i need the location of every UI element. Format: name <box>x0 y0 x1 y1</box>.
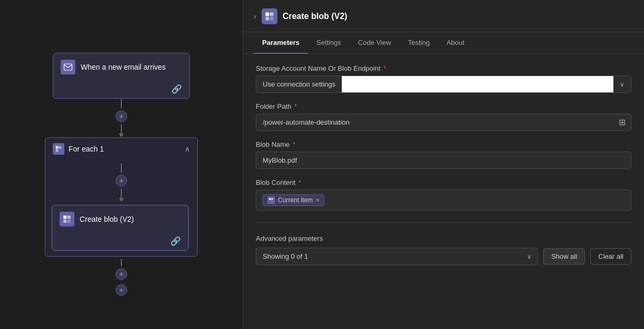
svg-rect-1 <box>56 146 59 149</box>
svg-rect-5 <box>68 215 71 219</box>
advanced-section: Advanced parameters Showing 0 of 1 ∨ Sho… <box>256 234 631 265</box>
svg-rect-11 <box>270 17 274 21</box>
tab-testing[interactable]: Testing <box>399 32 438 54</box>
create-blob-node-title: Create blob (V2) <box>80 214 134 224</box>
divider <box>256 222 631 223</box>
tab-parameters[interactable]: Parameters <box>254 32 308 54</box>
flow-canvas: When a new email arrives 🔗 + For ea <box>0 0 243 329</box>
svg-rect-13 <box>271 198 273 200</box>
svg-rect-10 <box>265 17 269 21</box>
storage-field-group: Storage Account Name Or Blob Endpoint * … <box>256 64 631 93</box>
foreach-chevron-icon[interactable]: ∧ <box>185 145 190 153</box>
tag-foreach-icon <box>267 196 275 204</box>
storage-label: Storage Account Name Or Blob Endpoint * <box>256 64 631 72</box>
tabs-bar: Parameters Settings Code View Testing Ab… <box>243 32 644 54</box>
bottom-connectors: + + <box>116 257 127 298</box>
advanced-row: Showing 0 of 1 ∨ Show all Clear all <box>256 248 631 265</box>
foreach-title: For each 1 <box>69 145 104 153</box>
add-step-btn-1[interactable]: + <box>116 110 127 122</box>
email-node-icon <box>61 60 75 74</box>
right-panel: › Create blob (V2) Parameters Settings C… <box>243 0 644 329</box>
folder-input-row: ⊞ <box>256 114 631 131</box>
blob-content-area[interactable]: Current item × <box>256 190 631 211</box>
advanced-label: Advanced parameters <box>256 234 631 242</box>
foreach-wrapper: For each 1 ∧ + <box>45 137 198 257</box>
svg-rect-3 <box>56 149 59 152</box>
blob-content-label: Blob Content * <box>256 178 631 186</box>
svg-rect-12 <box>269 198 271 200</box>
adv-select-wrapper: Showing 0 of 1 ∨ <box>256 248 538 265</box>
svg-rect-2 <box>59 146 62 149</box>
tab-code-view[interactable]: Code View <box>350 32 400 54</box>
current-item-tag: Current item × <box>263 194 324 206</box>
svg-rect-7 <box>68 220 71 223</box>
add-step-btn-inner[interactable]: + <box>116 175 127 186</box>
tab-settings[interactable]: Settings <box>308 32 350 54</box>
blob-name-label: Blob Name * <box>256 140 631 148</box>
advanced-params-select[interactable]: Showing 0 of 1 <box>256 248 538 265</box>
content-area: Storage Account Name Or Blob Endpoint * … <box>243 54 644 329</box>
svg-rect-8 <box>265 13 269 16</box>
svg-rect-6 <box>63 220 66 223</box>
folder-field-group: Folder Path * ⊞ <box>256 102 631 131</box>
panel-header: › Create blob (V2) <box>243 0 644 32</box>
svg-rect-9 <box>270 13 274 16</box>
create-blob-node[interactable]: Create blob (V2) 🔗 <box>52 205 189 251</box>
panel-title-icon <box>262 8 277 24</box>
blob-content-field-group: Blob Content * Current item × <box>256 178 631 211</box>
blob-node-icon <box>60 212 74 227</box>
clear-all-button[interactable]: Clear all <box>590 248 631 265</box>
storage-label-part: Use connection settings <box>256 76 342 92</box>
email-node-link-icon: 🔗 <box>171 84 182 94</box>
storage-chevron-icon[interactable]: ∨ <box>613 81 631 88</box>
foreach-node[interactable]: For each 1 ∧ <box>45 138 197 160</box>
storage-text-input[interactable] <box>342 76 613 92</box>
connector-1: + <box>116 99 127 137</box>
svg-rect-4 <box>63 215 66 219</box>
folder-path-input[interactable] <box>256 114 613 130</box>
show-all-button[interactable]: Show all <box>543 248 585 265</box>
tag-close-btn[interactable]: × <box>316 197 320 203</box>
blob-name-field-group: Blob Name * <box>256 140 631 169</box>
tag-label: Current item <box>278 196 313 204</box>
storage-input-row: Use connection settings ∨ <box>256 76 631 93</box>
inner-connector: + <box>45 160 197 205</box>
panel-breadcrumb-chevron-icon: › <box>254 12 256 21</box>
panel-title: Create blob (V2) <box>283 12 348 21</box>
add-step-btn-bottom-1[interactable]: + <box>116 268 127 280</box>
add-step-btn-bottom-2[interactable]: + <box>116 284 127 296</box>
tab-about[interactable]: About <box>438 32 473 54</box>
folder-picker-icon[interactable]: ⊞ <box>613 114 631 130</box>
email-trigger-node[interactable]: When a new email arrives 🔗 <box>53 53 190 99</box>
svg-rect-0 <box>64 64 72 70</box>
foreach-icon <box>53 143 64 155</box>
folder-label: Folder Path * <box>256 102 631 110</box>
blob-name-input[interactable] <box>256 152 631 169</box>
blob-node-link-icon: 🔗 <box>170 236 181 246</box>
email-node-title: When a new email arrives <box>81 62 166 72</box>
